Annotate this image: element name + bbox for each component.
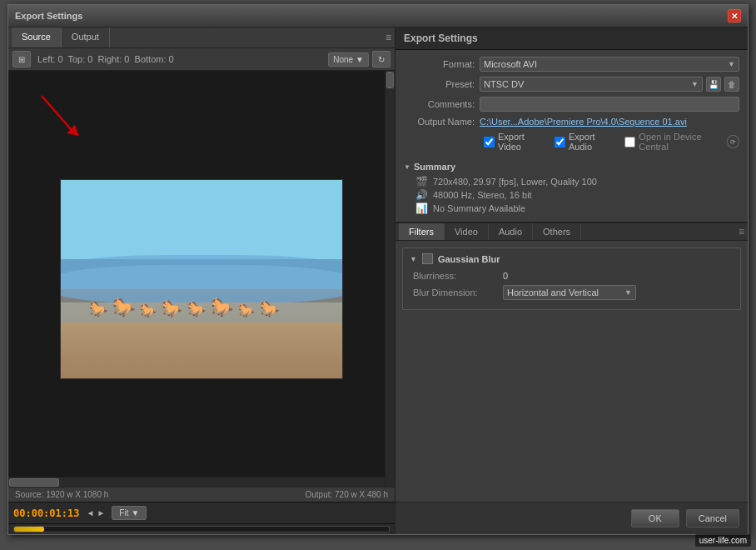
- output-name-label: Output Name:: [404, 117, 475, 127]
- export-video-checkbox-item[interactable]: Export Video: [484, 132, 545, 152]
- source-dimensions: Source: 1920 w X 1080 h: [15, 490, 108, 499]
- summary-other-text: No Summary Available: [433, 203, 525, 213]
- gaussian-blur-checkbox[interactable]: [422, 253, 433, 264]
- tab-audio[interactable]: Audio: [489, 223, 533, 240]
- bottom-buttons: OK Cancel: [395, 502, 748, 534]
- panel-menu-icon[interactable]: ≡: [385, 32, 391, 43]
- blurriness-row: Blurriness: 0: [410, 271, 734, 281]
- save-preset-button[interactable]: 💾: [706, 77, 721, 92]
- close-button[interactable]: ✕: [728, 9, 741, 22]
- title-bar: Export Settings ✕: [8, 5, 748, 28]
- svg-marker-1: [67, 125, 79, 136]
- summary-header: ▼ Summary: [404, 162, 739, 172]
- audio-summary-icon: 🔊: [415, 189, 428, 201]
- export-audio-label: Export Audio: [569, 132, 614, 152]
- filter-expand-icon[interactable]: ▼: [410, 255, 417, 263]
- none-dropdown[interactable]: None ▼: [328, 52, 369, 67]
- crop-tool-button[interactable]: ⊞: [12, 51, 31, 68]
- gaussian-blur-filter: ▼ Gaussian Blur Blurriness: 0 Blur Dimen…: [402, 248, 741, 310]
- preview-area: 🐎 🐎 🐎 🐎 🐎 🐎 🐎 🐎: [8, 71, 395, 487]
- comments-input[interactable]: [480, 97, 739, 112]
- vertical-scrollbar[interactable]: [385, 71, 395, 487]
- format-arrow: ▼: [728, 60, 735, 68]
- blur-dimension-value: Horizontal and Vertical: [507, 288, 599, 298]
- filter-panel-menu-icon[interactable]: ≡: [739, 226, 744, 238]
- fit-dropdown[interactable]: Fit ▼: [112, 506, 147, 520]
- scrub-track[interactable]: [13, 526, 390, 532]
- export-video-label: Export Video: [498, 132, 545, 152]
- blur-dimension-arrow: ▼: [624, 288, 632, 297]
- settings-form: Format: Microsoft AVI ▼ Preset: NTSC DV …: [395, 50, 748, 158]
- tab-output[interactable]: Output: [62, 28, 110, 48]
- scrub-fill: [14, 527, 44, 532]
- device-central-icon: ⟳: [727, 135, 739, 148]
- summary-title: Summary: [414, 162, 455, 172]
- device-central-label: Open in Device Central: [639, 132, 724, 152]
- summary-section: ▼ Summary 🎬 720x480, 29.97 [fps], Lower,…: [395, 158, 748, 222]
- watermark: user-life.com: [695, 534, 751, 547]
- filter-content: ▼ Gaussian Blur Blurriness: 0 Blur Dimen…: [395, 241, 748, 502]
- format-label: Format:: [404, 59, 475, 69]
- play-controls: ◄ ►: [86, 508, 105, 518]
- video-preview: 🐎 🐎 🐎 🐎 🐎 🐎 🐎 🐎: [60, 179, 343, 379]
- video-summary-icon: 🎬: [415, 176, 428, 188]
- tab-filters[interactable]: Filters: [399, 223, 445, 240]
- crop-toolbar: ⊞ Left: 0 Top: 0 Right: 0 Bottom: 0 None…: [8, 48, 395, 71]
- next-frame-button[interactable]: ►: [97, 508, 105, 518]
- comments-label: Comments:: [404, 99, 475, 109]
- summary-video-text: 720x480, 29.97 [fps], Lower, Quality 100: [433, 177, 597, 187]
- blur-dimension-row: Blur Dimension: Horizontal and Vertical …: [410, 285, 734, 300]
- filter-tabs: Filters Video Audio Others: [399, 223, 581, 240]
- blur-dimension-dropdown[interactable]: Horizontal and Vertical ▼: [503, 285, 636, 300]
- preset-dropdown[interactable]: NTSC DV ▼: [480, 77, 703, 92]
- prev-frame-button[interactable]: ◄: [86, 508, 94, 518]
- tab-video[interactable]: Video: [445, 223, 489, 240]
- summary-item-other: 📊 No Summary Available: [404, 202, 739, 215]
- cancel-button[interactable]: Cancel: [686, 509, 739, 528]
- main-content: Source Output ≡ ⊞ Left: 0 Top: 0 Right: …: [8, 28, 748, 534]
- right-panel: Export Settings Format: Microsoft AVI ▼ …: [395, 28, 748, 534]
- blur-dimension-label: Blur Dimension:: [413, 288, 496, 298]
- svg-line-0: [42, 96, 71, 129]
- output-dimensions: Output: 720 w X 480 h: [305, 490, 388, 499]
- comments-row: Comments:: [404, 97, 739, 112]
- tabs-left: Source Output: [12, 28, 110, 48]
- redo-button[interactable]: ↻: [372, 51, 390, 68]
- horse-scene: 🐎 🐎 🐎 🐎 🐎 🐎 🐎 🐎: [61, 180, 342, 378]
- export-audio-checkbox[interactable]: [555, 137, 565, 148]
- source-output-tabs: Source Output ≡: [8, 28, 395, 48]
- preset-row: Preset: NTSC DV ▼ 💾 🗑: [404, 77, 739, 92]
- gaussian-blur-name: Gaussian Blur: [438, 254, 500, 264]
- timeline-bar: 00:00:01:13 ◄ ► Fit ▼: [8, 502, 395, 523]
- format-dropdown[interactable]: Microsoft AVI ▼: [480, 57, 739, 72]
- delete-preset-button[interactable]: 🗑: [724, 77, 739, 92]
- tab-others[interactable]: Others: [533, 223, 581, 240]
- annotation-arrow: [33, 88, 83, 138]
- device-central-checkbox[interactable]: [624, 137, 635, 148]
- export-audio-checkbox-item[interactable]: Export Audio: [555, 132, 614, 152]
- blurriness-value: 0: [503, 271, 508, 281]
- output-name-row: Output Name: C:\User...Adobe\Premiere Pr…: [404, 117, 739, 127]
- tab-source[interactable]: Source: [12, 28, 62, 48]
- status-bar: Source: 1920 w X 1080 h Output: 720 w X …: [8, 487, 395, 502]
- summary-item-video: 🎬 720x480, 29.97 [fps], Lower, Quality 1…: [404, 175, 739, 188]
- preset-value: NTSC DV: [484, 79, 524, 89]
- ok-button[interactable]: OK: [631, 509, 679, 528]
- format-value: Microsoft AVI: [484, 59, 537, 69]
- export-settings-header: Export Settings: [395, 28, 748, 50]
- scrub-bar: [8, 523, 395, 534]
- timecode: 00:00:01:13: [13, 508, 79, 519]
- gaussian-blur-header: ▼ Gaussian Blur: [410, 253, 734, 264]
- horizontal-scrollbar[interactable]: [8, 477, 385, 487]
- format-row: Format: Microsoft AVI ▼: [404, 57, 739, 72]
- summary-triangle[interactable]: ▼: [404, 163, 410, 171]
- output-path-link[interactable]: C:\User...Adobe\Premiere Pro\4.0\Sequenc…: [480, 117, 687, 127]
- export-options-row: Export Video Export Audio Open in Device…: [404, 132, 739, 152]
- summary-audio-text: 48000 Hz, Stereo, 16 bit: [433, 190, 532, 200]
- preset-arrow: ▼: [691, 80, 699, 88]
- window-title: Export Settings: [15, 11, 82, 21]
- export-video-checkbox[interactable]: [484, 137, 495, 148]
- export-settings-window: Export Settings ✕ Source Output ≡ ⊞ Left…: [7, 4, 749, 535]
- preset-controls: NTSC DV ▼ 💾 🗑: [480, 77, 739, 92]
- crop-info: Left: 0 Top: 0 Right: 0 Bottom: 0: [34, 54, 325, 64]
